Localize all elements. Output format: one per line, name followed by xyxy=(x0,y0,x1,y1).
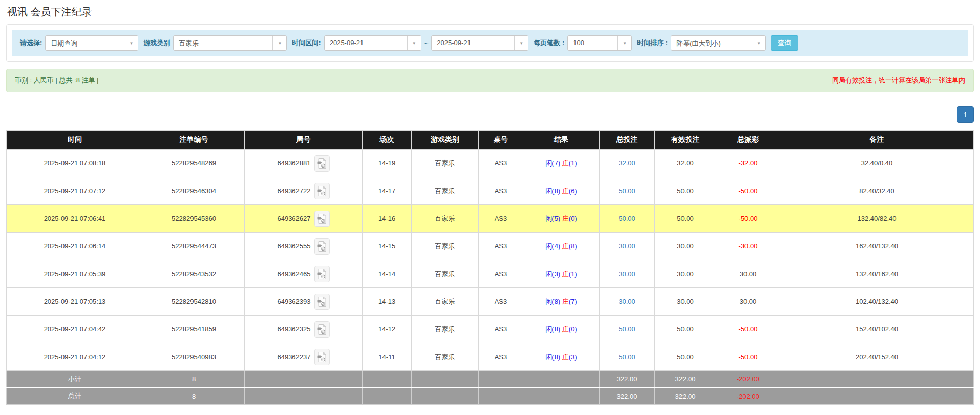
cell-table-id: AS3 xyxy=(479,288,523,316)
video-file-icon xyxy=(317,324,326,335)
video-replay-button[interactable] xyxy=(314,155,330,172)
sort-select[interactable]: 降幂(由大到小) ▼ xyxy=(671,35,766,51)
cell-session: 14-14 xyxy=(363,260,412,288)
round-id-value: 649362465 xyxy=(277,270,310,278)
cell-payout: 30.00 xyxy=(716,260,780,288)
cell-total-bet: 50.00 xyxy=(600,343,655,371)
result-banker-points: (3) xyxy=(569,353,577,361)
per-page-select[interactable]: 100 ▼ xyxy=(567,35,632,51)
subtotal-valid-bet: 322.00 xyxy=(655,371,716,388)
cell-bet-id: 522829540983 xyxy=(143,343,245,371)
round-id-value: 649362881 xyxy=(277,159,310,167)
total-bet-link[interactable]: 30.00 xyxy=(619,298,635,305)
video-replay-button[interactable] xyxy=(314,238,330,255)
cell-game-type: 百家乐 xyxy=(412,343,479,371)
round-id-value: 649362325 xyxy=(277,325,310,333)
result-player: 闲(8) xyxy=(545,353,560,361)
video-file-icon xyxy=(317,158,326,169)
video-replay-button[interactable] xyxy=(314,266,330,282)
cell-game-type: 百家乐 xyxy=(412,316,479,343)
header-payout: 总派彩 xyxy=(716,131,780,150)
total-total-bet: 322.00 xyxy=(600,388,655,405)
cell-valid-bet: 50.00 xyxy=(655,316,716,343)
cell-total-bet: 50.00 xyxy=(600,316,655,343)
total-bet-link[interactable]: 50.00 xyxy=(619,215,635,222)
total-bet-link[interactable]: 50.00 xyxy=(619,325,635,333)
cell-valid-bet: 30.00 xyxy=(655,233,716,260)
cell-bet-id: 522829545360 xyxy=(143,205,245,233)
cell-time: 2025-09-21 07:06:14 xyxy=(7,233,143,260)
total-bet-link[interactable]: 30.00 xyxy=(619,242,635,250)
cell-bet-id: 522829546304 xyxy=(143,177,245,205)
cell-payout: -50.00 xyxy=(716,177,780,205)
result-player: 闲(3) xyxy=(545,270,560,278)
date-from-select[interactable]: 2025-09-21 ▼ xyxy=(324,35,421,51)
total-bet-link[interactable]: 32.00 xyxy=(619,159,635,167)
subtotal-total-bet: 322.00 xyxy=(600,371,655,388)
cell-payout: -50.00 xyxy=(716,205,780,233)
table-row: 2025-09-21 07:05:39 522829543532 6493624… xyxy=(7,260,974,288)
subtotal-row: 小计 8 322.00 322.00 -202.00 xyxy=(7,371,974,388)
time-range-label: 时间区间: xyxy=(292,38,321,48)
chevron-down-icon: ▼ xyxy=(514,36,528,50)
pagination: 1 xyxy=(6,106,974,123)
total-row: 总计 8 322.00 322.00 -202.00 xyxy=(7,388,974,405)
total-bet-link[interactable]: 50.00 xyxy=(619,353,635,361)
cell-result: 闲(4) 庄(8) xyxy=(523,233,600,260)
filter-panel: 请选择: 日期查询 ▼ 游戏类别 百家乐 ▼ 时间区间: 2025-09-21 … xyxy=(6,24,974,62)
subtotal-payout: -202.00 xyxy=(716,371,780,388)
cell-total-bet: 50.00 xyxy=(600,205,655,233)
mode-select[interactable]: 日期查询 ▼ xyxy=(45,35,138,51)
game-type-select[interactable]: 百家乐 ▼ xyxy=(173,35,287,51)
sort-select-value: 降幂(由大到小) xyxy=(671,36,752,50)
cell-result: 闲(8) 庄(6) xyxy=(523,177,600,205)
video-replay-button[interactable] xyxy=(314,211,330,227)
search-button[interactable]: 查询 xyxy=(771,35,798,51)
video-replay-button[interactable] xyxy=(314,349,330,365)
cell-bet-id: 522829542810 xyxy=(143,288,245,316)
cell-result: 闲(5) 庄(0) xyxy=(523,205,600,233)
result-banker: 庄 xyxy=(562,215,569,222)
cell-time: 2025-09-21 07:07:12 xyxy=(7,177,143,205)
cell-valid-bet: 30.00 xyxy=(655,260,716,288)
cell-valid-bet: 32.00 xyxy=(655,150,716,177)
cell-total-bet: 50.00 xyxy=(600,177,655,205)
cell-round-id: 649362722 xyxy=(245,177,363,205)
date-from-value: 2025-09-21 xyxy=(325,36,407,50)
cell-total-bet: 30.00 xyxy=(600,288,655,316)
video-file-icon xyxy=(317,269,326,279)
total-bet-link[interactable]: 50.00 xyxy=(619,187,635,195)
header-remark: 备注 xyxy=(780,131,974,150)
cell-time: 2025-09-21 07:05:13 xyxy=(7,288,143,316)
video-replay-button[interactable] xyxy=(314,321,330,338)
video-file-icon xyxy=(317,214,326,224)
header-table-id: 桌号 xyxy=(479,131,523,150)
cell-remark: 162.40/132.40 xyxy=(780,233,974,260)
result-player: 闲(7) xyxy=(545,159,560,167)
cell-game-type: 百家乐 xyxy=(412,177,479,205)
cell-session: 14-15 xyxy=(363,233,412,260)
cell-payout: 30.00 xyxy=(716,288,780,316)
page-1-button[interactable]: 1 xyxy=(957,106,974,123)
date-to-select[interactable]: 2025-09-21 ▼ xyxy=(431,35,528,51)
result-banker: 庄 xyxy=(562,325,569,333)
table-row: 2025-09-21 07:06:41 522829545360 6493626… xyxy=(7,205,974,233)
cell-remark: 132.40/82.40 xyxy=(780,205,974,233)
cell-bet-id: 522829548269 xyxy=(143,150,245,177)
video-replay-button[interactable] xyxy=(314,183,330,199)
result-banker: 庄 xyxy=(562,159,569,167)
cell-payout: -50.00 xyxy=(716,343,780,371)
cell-time: 2025-09-21 07:06:41 xyxy=(7,205,143,233)
table-row: 2025-09-21 07:07:12 522829546304 6493627… xyxy=(7,177,974,205)
cell-result: 闲(8) 庄(0) xyxy=(523,316,600,343)
cell-session: 14-19 xyxy=(363,150,412,177)
header-round-id: 局号 xyxy=(245,131,363,150)
cell-round-id: 649362555 xyxy=(245,233,363,260)
video-replay-button[interactable] xyxy=(314,294,330,310)
cell-time: 2025-09-21 07:05:39 xyxy=(7,260,143,288)
result-banker: 庄 xyxy=(562,187,569,195)
header-total-bet: 总投注 xyxy=(600,131,655,150)
cell-round-id: 649362627 xyxy=(245,205,363,233)
cell-valid-bet: 30.00 xyxy=(655,288,716,316)
total-bet-link[interactable]: 30.00 xyxy=(619,270,635,278)
